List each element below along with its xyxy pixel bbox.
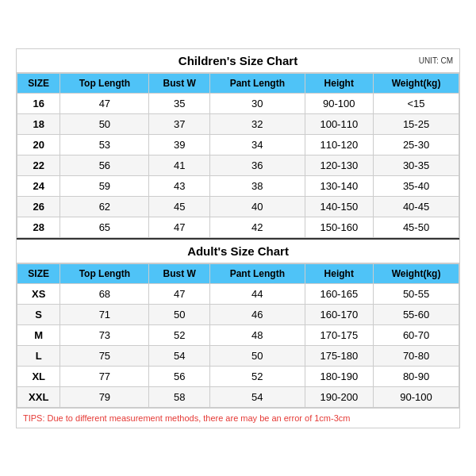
data-cell: 54 [149, 345, 210, 366]
data-cell: 50 [149, 304, 210, 324]
data-cell: 41 [149, 155, 210, 175]
data-cell: 46 [210, 304, 305, 324]
data-cell: 38 [210, 175, 305, 196]
size-cell: 22 [17, 155, 60, 175]
data-cell: 25-30 [374, 134, 459, 155]
children-col-header-0: SIZE [17, 73, 60, 93]
adult-col-header-5: Weight(kg) [374, 263, 459, 283]
size-cell: M [17, 324, 60, 345]
tips-row: TIPS: Due to different measurement metho… [17, 408, 459, 428]
data-cell: 58 [149, 386, 210, 407]
data-cell: 120-130 [305, 155, 373, 175]
data-cell: 110-120 [305, 134, 373, 155]
data-cell: 50-55 [374, 283, 459, 304]
adult-title-row: Adult's Size Chart [17, 238, 459, 263]
data-cell: 55-60 [374, 304, 459, 324]
data-cell: 175-180 [305, 345, 373, 366]
data-cell: 39 [149, 134, 210, 155]
data-cell: 100-110 [305, 113, 373, 134]
data-cell: 36 [210, 155, 305, 175]
data-cell: 190-200 [305, 386, 373, 407]
data-cell: 150-160 [305, 217, 373, 237]
children-table-row: 24594338130-14035-40 [17, 175, 459, 196]
data-cell: 90-100 [374, 386, 459, 407]
children-col-header-5: Weight(kg) [374, 73, 459, 93]
size-cell: 20 [17, 134, 60, 155]
adult-col-header-4: Height [305, 263, 373, 283]
data-cell: 140-150 [305, 196, 373, 217]
data-cell: 70-80 [374, 345, 459, 366]
data-cell: 45-50 [374, 217, 459, 237]
children-col-header-4: Height [305, 73, 373, 93]
adult-header-row: SIZETop LengthBust WPant LengthHeightWei… [17, 263, 459, 283]
data-cell: 77 [60, 366, 149, 386]
data-cell: 62 [60, 196, 149, 217]
children-col-header-2: Bust W [149, 73, 210, 93]
data-cell: 43 [149, 175, 210, 196]
adult-col-header-3: Pant Length [210, 263, 305, 283]
size-cell: 26 [17, 196, 60, 217]
data-cell: 73 [60, 324, 149, 345]
data-cell: 180-190 [305, 366, 373, 386]
data-cell: 35 [149, 93, 210, 113]
children-table-row: 26624540140-15040-45 [17, 196, 459, 217]
data-cell: 79 [60, 386, 149, 407]
size-cell: XS [17, 283, 60, 304]
adult-col-header-1: Top Length [60, 263, 149, 283]
adult-table-row: XXL795854190-20090-100 [17, 386, 459, 407]
data-cell: 60-70 [374, 324, 459, 345]
data-cell: 40 [210, 196, 305, 217]
data-cell: 35-40 [374, 175, 459, 196]
size-cell: S [17, 304, 60, 324]
children-chart-title: Children's Size Chart [178, 54, 298, 67]
data-cell: 65 [60, 217, 149, 237]
data-cell: 71 [60, 304, 149, 324]
data-cell: 44 [210, 283, 305, 304]
data-cell: 50 [210, 345, 305, 366]
data-cell: 68 [60, 283, 149, 304]
adult-table-row: M735248170-17560-70 [17, 324, 459, 345]
children-table: SIZETop LengthBust WPant LengthHeightWei… [17, 73, 459, 238]
data-cell: <15 [374, 93, 459, 113]
size-cell: 16 [17, 93, 60, 113]
data-cell: 48 [210, 324, 305, 345]
data-cell: 130-140 [305, 175, 373, 196]
children-col-header-1: Top Length [60, 73, 149, 93]
data-cell: 30-35 [374, 155, 459, 175]
size-cell: 28 [17, 217, 60, 237]
data-cell: 15-25 [374, 113, 459, 134]
size-chart-container: Children's Size Chart UNIT: CM SIZETop L… [16, 48, 460, 428]
adult-table-row: L755450175-18070-80 [17, 345, 459, 366]
adult-col-header-0: SIZE [17, 263, 60, 283]
data-cell: 45 [149, 196, 210, 217]
children-header-row: SIZETop LengthBust WPant LengthHeightWei… [17, 73, 459, 93]
data-cell: 37 [149, 113, 210, 134]
data-cell: 32 [210, 113, 305, 134]
size-cell: XXL [17, 386, 60, 407]
data-cell: 56 [60, 155, 149, 175]
data-cell: 53 [60, 134, 149, 155]
data-cell: 160-165 [305, 283, 373, 304]
data-cell: 160-170 [305, 304, 373, 324]
children-table-row: 28654742150-16045-50 [17, 217, 459, 237]
data-cell: 50 [60, 113, 149, 134]
data-cell: 90-100 [305, 93, 373, 113]
children-table-row: 20533934110-12025-30 [17, 134, 459, 155]
children-title-row: Children's Size Chart UNIT: CM [17, 49, 459, 73]
data-cell: 54 [210, 386, 305, 407]
size-cell: L [17, 345, 60, 366]
data-cell: 56 [149, 366, 210, 386]
data-cell: 42 [210, 217, 305, 237]
size-cell: 24 [17, 175, 60, 196]
data-cell: 80-90 [374, 366, 459, 386]
data-cell: 52 [149, 324, 210, 345]
adult-col-header-2: Bust W [149, 263, 210, 283]
children-table-row: 22564136120-13030-35 [17, 155, 459, 175]
adult-table-row: XS684744160-16550-55 [17, 283, 459, 304]
children-table-row: 18503732100-11015-25 [17, 113, 459, 134]
adult-table-row: XL775652180-19080-90 [17, 366, 459, 386]
data-cell: 47 [149, 283, 210, 304]
data-cell: 47 [149, 217, 210, 237]
data-cell: 59 [60, 175, 149, 196]
data-cell: 34 [210, 134, 305, 155]
